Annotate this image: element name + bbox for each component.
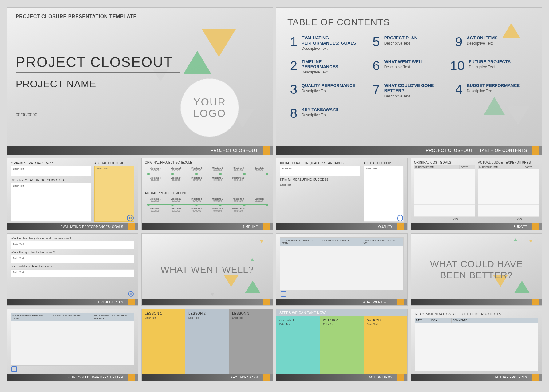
slide-title: PROJECT CLOSURE PRESENTATION TEMPLATE PR… — [7, 7, 273, 155]
toc-desc: Descriptive Text — [302, 70, 358, 74]
toc-number: 7 — [368, 83, 380, 96]
toc-number: 6 — [368, 59, 380, 72]
milestone: Milestone 700/00/00 — [207, 197, 228, 203]
slide8-footer — [142, 299, 273, 305]
plan-a3[interactable]: Enter Text — [11, 269, 134, 277]
timeline-actual-title: ACTUAL PROJECT TIMELINE — [145, 192, 270, 196]
budget-rows[interactable] — [414, 169, 475, 217]
www-cell[interactable] — [321, 246, 362, 290]
toc-heading: FUTURE PROJECTS — [469, 59, 511, 65]
milestone: Milestone 500/00/00 — [186, 197, 207, 203]
cbb-col3: PROCESSES THAT WORKED POORLY: — [93, 313, 134, 321]
milestone: Milestone 400/00/00 — [166, 176, 187, 182]
goals-original-input[interactable]: Enter Text — [11, 166, 91, 176]
slide-what-went-well: STRENGTHS OF PROJECT TEAM: CLIENT RELATI… — [276, 233, 408, 306]
www-cell[interactable] — [362, 246, 403, 290]
toc-number: 10 — [450, 59, 464, 72]
toc-number: 9 — [450, 35, 462, 48]
www-col3: PROCESSES THAT WORKED WELL: — [362, 238, 403, 246]
plan-a1[interactable]: Enter Text — [11, 241, 134, 249]
slide-action-items: STEPS WE CAN TAKE NOW ACTION 1Enter Text… — [276, 309, 408, 381]
milestone: Milestone 900/00/00 — [228, 166, 249, 172]
toc-desc: Descriptive Text — [384, 94, 441, 98]
cbb-cell[interactable] — [52, 321, 93, 365]
goals-outcome-input[interactable]: Enter Text — [94, 166, 134, 222]
slide7-footer: PROJECT PLAN — [7, 299, 138, 305]
milestone: Milestone 1000/00/00 — [228, 176, 249, 182]
slide4-footer: TIMELINE — [142, 223, 273, 230]
goals-kpi-title: KPIs for MEASURING SUCCESS — [11, 178, 91, 182]
quality-kpi-input[interactable]: Enter Text — [280, 182, 361, 222]
toc-number: 4 — [450, 83, 462, 96]
plan-q3: What could have been improved? — [11, 265, 134, 268]
future-body[interactable] — [415, 323, 538, 371]
toc-desc: Descriptive Text — [469, 65, 511, 69]
toc-item: 5PROJECT PLANDescriptive Text — [368, 35, 441, 51]
slide13-footer: ACTION ITEMS — [276, 374, 407, 381]
slide9-footer: WHAT WENT WELL — [276, 299, 407, 305]
lesson-3[interactable]: LESSON 3Enter Text — [229, 309, 273, 374]
slide1-title: PROJECT CLOSEOUT — [16, 54, 180, 73]
slide5-footer: QUALITY — [276, 223, 407, 230]
timeline-bar — [147, 203, 267, 206]
slide-toc: TABLE OF CONTENTS 1EVALUATING PERFORMANC… — [276, 7, 542, 155]
toc-item: 4BUDGET PERFORMANCEDescriptive Text — [450, 83, 523, 98]
milestone: Milestone 900/00/00 — [228, 197, 249, 203]
budget-rows[interactable] — [478, 169, 539, 217]
www-col1: STRENGTHS OF PROJECT TEAM: — [280, 238, 321, 246]
milestone: Milestone 800/00/00 — [207, 207, 228, 212]
budget-original-title: ORIGINAL COST GOALS — [414, 161, 475, 164]
thumbs-up-icon — [281, 291, 286, 297]
slide-budget: ORIGINAL COST GOALS BUDGETARY ITEMCOSTS … — [411, 158, 542, 230]
toc-item: 8KEY TAKEAWAYSDescriptive Text — [285, 107, 358, 120]
bulb-icon — [397, 215, 403, 221]
timeline-original-title: ORIGINAL PROJECT SCHEDULE — [145, 161, 270, 165]
footer-accent — [532, 146, 539, 155]
cbb-cell[interactable] — [93, 321, 134, 365]
budget-col-cost: COSTS — [523, 165, 539, 169]
slide-future-projects: RECOMMENDATIONS FOR FUTURE PROJECTS DATE… — [411, 309, 542, 381]
milestone: Milestone 1000/00/00 — [228, 207, 249, 212]
milestone: Milestone 600/00/00 — [186, 176, 207, 182]
slide14-footer: FUTURE PROJECTS — [411, 374, 542, 381]
toc-item: 10FUTURE PROJECTSDescriptive Text — [450, 59, 523, 75]
slide1-subtitle: PROJECT NAME — [16, 78, 96, 90]
milestone: Milestone 500/00/00 — [186, 166, 207, 172]
quality-initial-input[interactable]: Enter Text — [280, 166, 361, 176]
toc-item: 2TIMELINE PERFORMANCESDescriptive Text — [285, 59, 358, 75]
footer-accent — [263, 146, 270, 155]
www-cell[interactable] — [280, 246, 321, 290]
plan-q1: Was the plan clearly defined and communi… — [11, 237, 134, 240]
action-2[interactable]: ACTION 2Enter Text — [320, 316, 364, 374]
slide10-footer — [411, 299, 542, 305]
milestone — [249, 207, 270, 212]
action-1[interactable]: ACTION 1Enter Text — [276, 316, 320, 374]
toc-heading: TIMELINE PERFORMANCES — [302, 59, 358, 70]
quality-outcome-input[interactable]: Enter Text — [364, 166, 404, 222]
quality-kpi-title: KPIs for MEASURING SUCCESS — [280, 178, 361, 181]
timeline-row: Milestone 200/00/00Milestone 400/00/00Mi… — [145, 176, 270, 182]
plan-a2[interactable]: Enter Text — [11, 255, 134, 263]
goals-kpi-input[interactable]: Enter Text — [11, 183, 91, 222]
timeline-row: Milestone 200/00/00Milestone 400/00/00Mi… — [145, 207, 270, 212]
slide2-footer: PROJECT CLOSEOUT | TABLE OF CONTENTS — [276, 146, 542, 155]
action-3[interactable]: ACTION 3Enter Text — [364, 316, 407, 374]
slide-goals: ORIGINAL PROJECT GOAL Enter Text KPIs fo… — [7, 158, 138, 230]
www-col2: CLIENT RELATIONSHIP: — [321, 238, 362, 246]
cbb-cell[interactable] — [11, 321, 52, 365]
slide1-footer: PROJECT CLOSEOUT — [7, 146, 273, 155]
budget-total-label: TOTAL — [414, 217, 460, 221]
slide-what-went-well-title: WHAT WENT WELL? — [141, 233, 273, 306]
slide1-date: 00/00/0000 — [16, 112, 37, 117]
slide1-header: PROJECT CLOSURE PRESENTATION TEMPLATE — [16, 14, 137, 19]
goals-original-title: ORIGINAL PROJECT GOAL — [11, 161, 91, 165]
slide-project-plan: Was the plan clearly defined and communi… — [7, 233, 138, 306]
lesson-1[interactable]: LESSON 1Enter Text — [142, 309, 185, 374]
toc-item: 9ACTION ITEMSDescriptive Text — [450, 35, 523, 51]
milestone: Complete00/00/00 — [249, 166, 270, 172]
slide-could-be-better-title: WHAT COULD HAVE BEEN BETTER? — [411, 233, 542, 306]
slide-could-be-better: WEAKNESSES OF PROJECT TEAM: CLIENT RELAT… — [7, 309, 138, 381]
what-went-well-text: WHAT WENT WELL? — [142, 234, 273, 305]
lesson-2[interactable]: LESSON 2Enter Text — [185, 309, 229, 374]
future-title: RECOMMENDATIONS FOR FUTURE PROJECTS — [415, 312, 538, 316]
